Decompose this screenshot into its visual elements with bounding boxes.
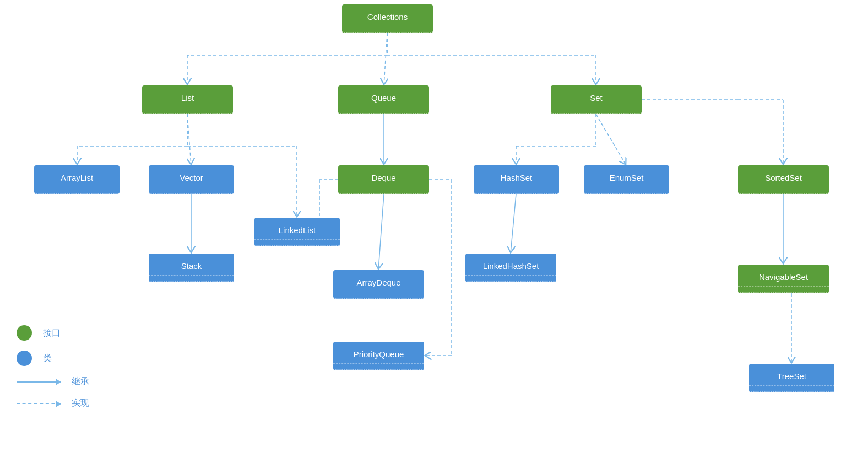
node-list: List — [142, 85, 233, 114]
legend-interface: 接口 — [17, 325, 89, 341]
legend-inherit-icon — [17, 381, 61, 383]
node-navigableset: NavigableSet — [738, 265, 829, 293]
connections-svg — [0, 0, 868, 463]
node-treeset: TreeSet — [749, 364, 834, 392]
node-deque: Deque — [338, 165, 429, 194]
legend-interface-icon — [17, 325, 32, 341]
legend-implement-label: 实现 — [72, 397, 89, 409]
svg-line-3 — [384, 33, 387, 85]
node-arraydeque: ArrayDeque — [333, 270, 424, 299]
node-sortedset: SortedSet — [738, 165, 829, 194]
node-priorityqueue: PriorityQueue — [333, 342, 424, 370]
legend-interface-label: 接口 — [43, 327, 61, 339]
node-stack: Stack — [149, 254, 234, 282]
legend-inherit-label: 继承 — [72, 376, 89, 387]
legend-implement-icon — [17, 403, 61, 404]
node-arraylist: ArrayList — [34, 165, 120, 194]
diagram: Collections List Queue Set ArrayList Vec… — [0, 0, 868, 463]
node-hashset: HashSet — [474, 165, 559, 194]
legend-class-label: 类 — [43, 353, 52, 364]
svg-line-10 — [187, 114, 191, 165]
node-vector: Vector — [149, 165, 234, 194]
svg-line-26 — [596, 114, 626, 165]
node-enumset: EnumSet — [584, 165, 669, 194]
legend: 接口 类 继承 实现 — [17, 325, 89, 419]
legend-class: 类 — [17, 351, 89, 366]
node-linkedlist: LinkedList — [254, 218, 340, 246]
node-set: Set — [551, 85, 642, 114]
legend-inherit: 继承 — [17, 376, 89, 387]
svg-line-19 — [378, 194, 384, 270]
node-linkedhashset: LinkedHashSet — [465, 254, 556, 282]
node-collections: Collections — [342, 4, 433, 33]
legend-class-icon — [17, 351, 32, 366]
svg-line-30 — [511, 194, 516, 254]
legend-implement: 实现 — [17, 397, 89, 409]
node-queue: Queue — [338, 85, 429, 114]
